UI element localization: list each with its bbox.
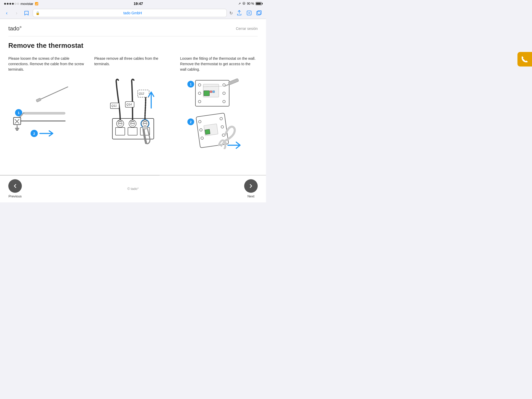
location-icon: ↗ (238, 2, 241, 5)
svg-point-49 (223, 100, 225, 103)
svg-rect-2 (258, 11, 261, 14)
browser-chrome: ‹ › 🔒 tado GmbH ↻ (0, 7, 266, 19)
instructions-grid: Please loosen the screws of the cable co… (8, 56, 258, 149)
bluetooth-icon: ⦿ (242, 2, 245, 5)
svg-text:2: 2 (33, 132, 35, 136)
svg-point-60 (198, 120, 201, 123)
instruction-text-3: Loosen the fitting of the thermostat on … (180, 56, 258, 72)
browser-actions (235, 9, 263, 17)
share-button[interactable] (235, 9, 243, 17)
svg-rect-51 (204, 91, 210, 96)
wifi-icon: 📶 (35, 2, 38, 5)
svg-rect-53 (213, 91, 215, 93)
svg-point-63 (220, 117, 223, 120)
svg-text:2: 2 (190, 120, 192, 124)
status-time: 19:47 (134, 2, 143, 6)
tado-header: tado° Cerrar sesión (8, 25, 258, 36)
svg-text:1: 1 (18, 111, 19, 115)
previous-label: Previous (9, 194, 22, 198)
new-tab-button[interactable] (245, 9, 253, 17)
svg-rect-67 (205, 129, 210, 134)
svg-point-46 (198, 100, 201, 103)
instruction-col-1: Please loosen the screws of the cable co… (8, 56, 86, 149)
reload-button[interactable]: ↻ (229, 11, 233, 16)
svg-rect-19 (128, 128, 137, 135)
illustration-2: Q11 Q14 Q12 Q11 Q14 (94, 76, 172, 148)
svg-rect-5 (24, 112, 65, 114)
illustration-1: 1 (8, 76, 86, 149)
svg-line-15 (39, 87, 68, 100)
previous-circle (8, 179, 22, 193)
instruction-col-2: Please remove all three cables from the … (94, 56, 172, 149)
page-title: Remove the thermostat (8, 42, 258, 50)
illustration-3: 1 (180, 76, 258, 149)
svg-text:Q11: Q11 (111, 104, 117, 107)
bookmarks-button[interactable] (23, 9, 30, 17)
instruction-text-2: Please remove all three cables from the … (94, 56, 172, 71)
address-bar[interactable]: 🔒 tado GmbH (33, 9, 227, 17)
svg-text:Q12: Q12 (143, 120, 147, 123)
svg-point-44 (198, 84, 201, 86)
status-bar: movistar 📶 19:47 ↗ ⦿ 90 % (0, 0, 266, 7)
nav-progress (0, 175, 266, 176)
page-content: tado° Cerrar sesión Remove the thermosta… (0, 19, 266, 175)
svg-text:Q11: Q11 (118, 120, 122, 123)
back-button[interactable]: ‹ (3, 9, 10, 17)
status-right: ↗ ⦿ 90 % (238, 2, 262, 5)
previous-button[interactable]: Previous (8, 179, 22, 198)
forward-button[interactable]: › (13, 9, 20, 17)
logout-button[interactable]: Cerrar sesión (236, 26, 258, 31)
svg-point-48 (223, 92, 225, 95)
battery-label: 90 % (247, 2, 254, 5)
svg-point-64 (221, 125, 224, 128)
next-button[interactable]: Next (244, 179, 258, 198)
instruction-col-3: Loosen the fitting of the thermostat on … (180, 56, 258, 149)
instruction-text-1: Please loosen the screws of the cable co… (8, 56, 86, 72)
svg-rect-52 (210, 91, 212, 93)
svg-rect-18 (115, 128, 125, 135)
next-circle (244, 179, 258, 193)
svg-text:Q12: Q12 (139, 92, 144, 95)
svg-text:Q14: Q14 (130, 120, 134, 123)
svg-text:1: 1 (190, 83, 192, 86)
svg-point-40 (142, 126, 148, 129)
footer-copyright: © tado° (127, 187, 139, 191)
svg-point-61 (200, 128, 202, 131)
tabs-button[interactable] (255, 9, 263, 17)
svg-text:Q14: Q14 (126, 103, 132, 106)
nav-progress-fill (0, 175, 159, 176)
next-label: Next (248, 194, 255, 198)
battery-icon (256, 2, 262, 5)
tado-logo: tado° (8, 25, 22, 32)
url-text: tado GmbH (41, 11, 224, 15)
svg-point-62 (201, 137, 204, 139)
lock-icon: 🔒 (36, 11, 40, 15)
svg-rect-56 (228, 78, 239, 85)
svg-point-45 (198, 92, 201, 95)
svg-rect-16 (36, 98, 41, 102)
status-left: movistar 📶 (4, 2, 38, 6)
carrier-label: movistar (21, 2, 33, 6)
svg-rect-1 (257, 11, 260, 15)
signal-dots (4, 3, 19, 5)
nav-footer: Previous © tado° Next (0, 175, 266, 202)
